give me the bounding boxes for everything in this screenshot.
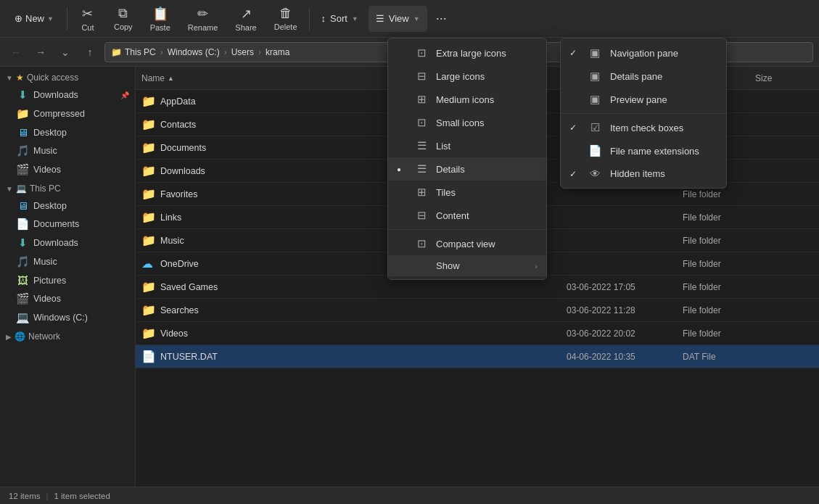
sidebar-item-documents-pc[interactable]: 📄 Documents	[0, 215, 135, 234]
network-header[interactable]: ▶ 🌐 Network	[0, 329, 135, 344]
sidebar-item-videos-qa[interactable]: 🎬 Videos	[0, 160, 135, 179]
show-menu-item-hidden-items[interactable]: ✓👁Hidden items	[561, 162, 726, 185]
pictures-pc-icon: 🖼	[16, 274, 29, 286]
sidebar-item-desktop-pc[interactable]: 🖥 Desktop	[0, 197, 135, 215]
view-menu-item-list[interactable]: ☰List	[388, 134, 546, 157]
cut-button[interactable]: ✂ Cut	[72, 3, 104, 35]
copy-icon: ⧉	[118, 6, 128, 21]
path-this-pc[interactable]: This PC	[125, 47, 156, 57]
sidebar-item-music-pc-label: Music	[33, 257, 57, 267]
file-icon: 📁	[141, 117, 156, 131]
file-type: File folder	[683, 189, 755, 199]
up-button[interactable]: ↑	[80, 42, 100, 62]
details-pane-show-icon: ▣	[587, 70, 603, 83]
this-pc-header[interactable]: ▼ 💻 This PC	[0, 181, 135, 197]
view-menu-item-compact-view[interactable]: ⊡Compact view	[388, 232, 546, 255]
sidebar-item-downloads-pc-label: Downloads	[33, 238, 78, 248]
sort-asc-icon: ▲	[168, 75, 174, 82]
network-label: Network	[28, 331, 60, 342]
table-row[interactable]: 📁 Searches 03-06-2022 11:28 File folder	[136, 299, 819, 322]
extra-large-icons-icon: ⊡	[414, 46, 429, 59]
sidebar-item-compressed[interactable]: 📁 Compressed	[0, 104, 135, 123]
view-menu-item-small-icons[interactable]: ⊡Small icons	[388, 111, 546, 134]
sidebar-item-videos-pc[interactable]: 🎬 Videos	[0, 289, 135, 308]
sidebar-item-pictures-pc[interactable]: 🖼 Pictures	[0, 271, 135, 289]
sidebar-item-music-qa-label: Music	[33, 146, 57, 156]
view-item-label: Medium icons	[436, 94, 494, 105]
back-button[interactable]: ←	[6, 42, 26, 62]
view-menu-item-content[interactable]: ⊟Content	[388, 204, 546, 227]
file-type: File folder	[683, 236, 755, 246]
preview-pane-show-icon: ▣	[587, 93, 603, 106]
quick-access-section: ▼ ★ Quick access ⬇ Downloads 📌 📁 Compres…	[0, 70, 135, 179]
network-icon: 🌐	[15, 331, 25, 342]
show-menu-item-item-check-boxes[interactable]: ✓☑Item check boxes	[561, 116, 726, 139]
view-menu-item-show[interactable]: Show›	[388, 255, 546, 276]
forward-button[interactable]: →	[30, 42, 51, 62]
more-button[interactable]: ···	[430, 8, 453, 29]
show-item-label: Details pane	[610, 71, 662, 82]
rename-button[interactable]: ✏ Rename	[181, 3, 226, 35]
new-button[interactable]: ⊕ New ▼	[6, 6, 62, 32]
sidebar-item-desktop-qa[interactable]: 🖥 Desktop	[0, 123, 135, 141]
show-item-label: Item check boxes	[610, 123, 683, 133]
downloads-qa-icon: ⬇	[16, 88, 29, 102]
sidebar-item-downloads-pc[interactable]: ⬇ Downloads	[0, 234, 135, 252]
this-pc-section: ▼ 💻 This PC 🖥 Desktop 📄 Documents ⬇ Down…	[0, 181, 135, 327]
sidebar-item-music-qa[interactable]: 🎵 Music	[0, 141, 135, 160]
view-menu-item-extra-large-icons[interactable]: ⊡Extra large icons	[388, 41, 546, 65]
table-row[interactable]: 📄 NTUSER.DAT 04-06-2022 10:35 DAT File	[136, 345, 819, 368]
file-name: NTUSER.DAT	[160, 352, 567, 362]
view-menu-item-tiles[interactable]: ⊞Tiles	[388, 181, 546, 204]
new-label: New	[25, 13, 44, 24]
table-row[interactable]: 📁 Videos 03-06-2022 20:02 File folder	[136, 322, 819, 345]
desktop-pc-icon: 🖥	[16, 199, 29, 212]
file-icon: 📁	[141, 326, 156, 340]
sidebar-item-windows-c[interactable]: 💻 Windows (C:)	[0, 308, 135, 327]
path-windows-c[interactable]: Windows (C:)	[168, 47, 220, 57]
delete-button[interactable]: 🗑 Delete	[267, 3, 305, 35]
toolbar: ⊕ New ▼ ✂ Cut ⧉ Copy 📋 Paste ✏ Rename ↗ …	[0, 0, 819, 38]
submenu-arrow-icon: ›	[535, 262, 538, 270]
details-icon: ☰	[414, 162, 429, 175]
share-button[interactable]: ↗ Share	[228, 3, 263, 35]
view-item-label: Large icons	[436, 71, 485, 82]
copy-button[interactable]: ⧉ Copy	[107, 3, 140, 35]
sidebar-item-documents-pc-label: Documents	[33, 219, 79, 229]
list-icon: ☰	[414, 139, 429, 152]
quick-access-chevron: ▼	[6, 74, 13, 82]
sidebar-item-desktop-pc-label: Desktop	[33, 201, 67, 211]
view-button[interactable]: ☰ View ▼	[369, 6, 427, 32]
show-separator	[561, 113, 726, 114]
quick-access-header[interactable]: ▼ ★ Quick access	[0, 70, 135, 86]
sidebar-item-downloads-qa[interactable]: ⬇ Downloads 📌	[0, 86, 135, 104]
file-icon: 📁	[141, 141, 156, 154]
pin-icon: 📌	[120, 91, 129, 99]
hidden-items-show-icon: 👁	[587, 168, 603, 180]
col-size-header[interactable]: Size	[755, 73, 813, 83]
sidebar-item-compressed-label: Compressed	[33, 109, 85, 119]
file-date: 03-06-2022 11:28	[567, 305, 683, 315]
recent-button[interactable]: ⌄	[55, 42, 75, 62]
check-icon: ●	[397, 165, 406, 173]
show-menu-item-preview-pane[interactable]: ▣Preview pane	[561, 88, 726, 111]
sidebar-item-music-pc[interactable]: 🎵 Music	[0, 252, 135, 271]
show-menu-item-file-name-extensions[interactable]: 📄File name extensions	[561, 139, 726, 162]
show-menu-item-details-pane[interactable]: ▣Details pane	[561, 65, 726, 88]
paste-button[interactable]: 📋 Paste	[143, 3, 178, 35]
view-menu-item-details[interactable]: ●☰Details	[388, 157, 546, 181]
show-menu-item-navigation-pane[interactable]: ✓▣Navigation pane	[561, 41, 726, 65]
view-separator	[388, 229, 546, 230]
view-menu-item-large-icons[interactable]: ⊟Large icons	[388, 65, 546, 88]
compressed-icon: 📁	[16, 107, 29, 120]
new-chevron: ▼	[47, 15, 54, 22]
this-pc-label: This PC	[30, 183, 61, 194]
file-name: Searches	[160, 305, 567, 315]
view-menu-item-medium-icons[interactable]: ⊞Medium icons	[388, 88, 546, 111]
file-type: File folder	[683, 305, 755, 315]
path-krama[interactable]: krama	[266, 47, 289, 57]
path-folder-icon: 📁	[111, 47, 122, 57]
sidebar-item-desktop-qa-label: Desktop	[33, 128, 67, 138]
sort-button[interactable]: ↕ Sort ▼	[314, 6, 366, 32]
path-users[interactable]: Users	[231, 47, 254, 57]
